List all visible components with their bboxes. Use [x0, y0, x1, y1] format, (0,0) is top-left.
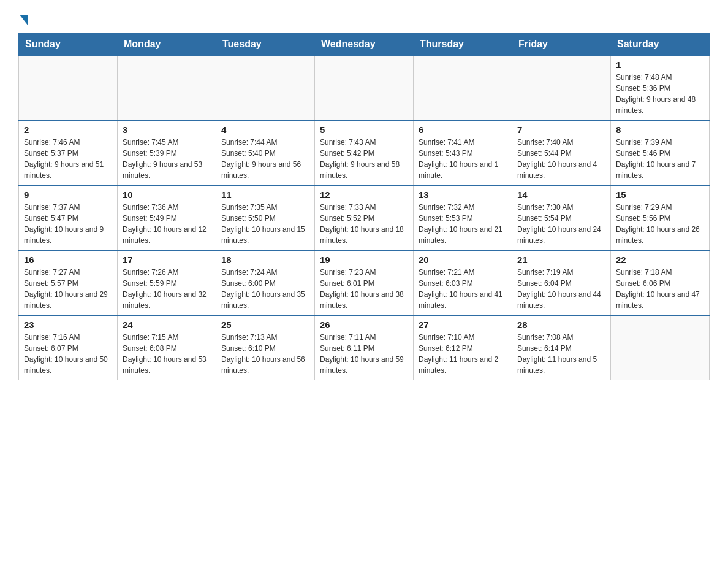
day-info: Sunrise: 7:24 AMSunset: 6:00 PMDaylight:… — [221, 267, 309, 311]
day-info: Sunrise: 7:35 AMSunset: 5:50 PMDaylight:… — [221, 202, 309, 246]
calendar-cell: 4Sunrise: 7:44 AMSunset: 5:40 PMDaylight… — [216, 120, 315, 185]
day-info: Sunrise: 7:29 AMSunset: 5:56 PMDaylight:… — [616, 202, 704, 246]
calendar-cell: 6Sunrise: 7:41 AMSunset: 5:43 PMDaylight… — [414, 120, 512, 185]
calendar-cell — [118, 55, 216, 120]
day-info: Sunrise: 7:08 AMSunset: 6:14 PMDaylight:… — [517, 332, 605, 376]
day-number: 16 — [24, 255, 112, 265]
calendar-week-row: 9Sunrise: 7:37 AMSunset: 5:47 PMDaylight… — [19, 185, 710, 250]
day-number: 15 — [616, 190, 704, 200]
day-info: Sunrise: 7:23 AMSunset: 6:01 PMDaylight:… — [320, 267, 408, 311]
day-number: 7 — [517, 124, 605, 135]
day-number: 11 — [221, 190, 309, 200]
day-of-week-header: Saturday — [611, 34, 710, 56]
day-number: 23 — [24, 320, 112, 330]
day-number: 19 — [320, 255, 408, 265]
day-number: 21 — [517, 255, 605, 265]
calendar-cell: 8Sunrise: 7:39 AMSunset: 5:46 PMDaylight… — [611, 120, 710, 185]
calendar-cell: 19Sunrise: 7:23 AMSunset: 6:01 PMDayligh… — [315, 250, 414, 315]
calendar-week-row: 2Sunrise: 7:46 AMSunset: 5:37 PMDaylight… — [19, 120, 710, 185]
day-number: 5 — [320, 124, 408, 135]
day-info: Sunrise: 7:11 AMSunset: 6:11 PMDaylight:… — [320, 332, 408, 376]
day-info: Sunrise: 7:36 AMSunset: 5:49 PMDaylight:… — [123, 202, 211, 246]
page-header — [18, 12, 710, 23]
day-info: Sunrise: 7:16 AMSunset: 6:07 PMDaylight:… — [24, 332, 112, 376]
day-number: 18 — [221, 255, 309, 265]
day-info: Sunrise: 7:37 AMSunset: 5:47 PMDaylight:… — [24, 202, 112, 246]
calendar-cell: 10Sunrise: 7:36 AMSunset: 5:49 PMDayligh… — [118, 185, 216, 250]
logo-arrow-icon — [20, 15, 28, 26]
day-info: Sunrise: 7:48 AMSunset: 5:36 PMDaylight:… — [616, 72, 704, 116]
calendar-cell: 13Sunrise: 7:32 AMSunset: 5:53 PMDayligh… — [414, 185, 512, 250]
day-number: 20 — [419, 255, 507, 265]
calendar-cell — [216, 55, 315, 120]
calendar-cell: 3Sunrise: 7:45 AMSunset: 5:39 PMDaylight… — [118, 120, 216, 185]
day-info: Sunrise: 7:45 AMSunset: 5:39 PMDaylight:… — [123, 137, 211, 181]
calendar-cell: 27Sunrise: 7:10 AMSunset: 6:12 PMDayligh… — [414, 315, 512, 380]
day-number: 26 — [320, 320, 408, 330]
calendar-cell — [512, 55, 611, 120]
calendar-cell: 1Sunrise: 7:48 AMSunset: 5:36 PMDaylight… — [611, 55, 710, 120]
day-number: 22 — [616, 255, 704, 265]
day-info: Sunrise: 7:40 AMSunset: 5:44 PMDaylight:… — [517, 137, 605, 181]
day-info: Sunrise: 7:19 AMSunset: 6:04 PMDaylight:… — [517, 267, 605, 311]
day-info: Sunrise: 7:27 AMSunset: 5:57 PMDaylight:… — [24, 267, 112, 311]
calendar-cell: 22Sunrise: 7:18 AMSunset: 6:06 PMDayligh… — [611, 250, 710, 315]
day-of-week-header: Monday — [118, 34, 216, 56]
day-info: Sunrise: 7:30 AMSunset: 5:54 PMDaylight:… — [517, 202, 605, 246]
day-info: Sunrise: 7:41 AMSunset: 5:43 PMDaylight:… — [419, 137, 507, 181]
calendar-cell: 21Sunrise: 7:19 AMSunset: 6:04 PMDayligh… — [512, 250, 611, 315]
calendar-week-row: 16Sunrise: 7:27 AMSunset: 5:57 PMDayligh… — [19, 250, 710, 315]
day-number: 12 — [320, 190, 408, 200]
calendar-cell: 24Sunrise: 7:15 AMSunset: 6:08 PMDayligh… — [118, 315, 216, 380]
day-number: 25 — [221, 320, 309, 330]
day-number: 3 — [123, 124, 211, 135]
day-info: Sunrise: 7:39 AMSunset: 5:46 PMDaylight:… — [616, 137, 704, 181]
calendar-cell: 14Sunrise: 7:30 AMSunset: 5:54 PMDayligh… — [512, 185, 611, 250]
calendar-cell: 26Sunrise: 7:11 AMSunset: 6:11 PMDayligh… — [315, 315, 414, 380]
day-of-week-header: Wednesday — [315, 34, 414, 56]
day-of-week-header: Tuesday — [216, 34, 315, 56]
calendar-cell: 16Sunrise: 7:27 AMSunset: 5:57 PMDayligh… — [19, 250, 118, 315]
calendar-cell: 28Sunrise: 7:08 AMSunset: 6:14 PMDayligh… — [512, 315, 611, 380]
day-number: 9 — [24, 190, 112, 200]
calendar-cell: 15Sunrise: 7:29 AMSunset: 5:56 PMDayligh… — [611, 185, 710, 250]
calendar-week-row: 1Sunrise: 7:48 AMSunset: 5:36 PMDaylight… — [19, 55, 710, 120]
calendar-cell — [19, 55, 118, 120]
day-number: 24 — [123, 320, 211, 330]
day-info: Sunrise: 7:26 AMSunset: 5:59 PMDaylight:… — [123, 267, 211, 311]
day-number: 8 — [616, 124, 704, 135]
day-number: 4 — [221, 124, 309, 135]
calendar-cell: 25Sunrise: 7:13 AMSunset: 6:10 PMDayligh… — [216, 315, 315, 380]
calendar-cell: 7Sunrise: 7:40 AMSunset: 5:44 PMDaylight… — [512, 120, 611, 185]
calendar-cell — [315, 55, 414, 120]
calendar-cell: 9Sunrise: 7:37 AMSunset: 5:47 PMDaylight… — [19, 185, 118, 250]
day-number: 27 — [419, 320, 507, 330]
calendar-cell: 23Sunrise: 7:16 AMSunset: 6:07 PMDayligh… — [19, 315, 118, 380]
day-of-week-header: Friday — [512, 34, 611, 56]
day-info: Sunrise: 7:21 AMSunset: 6:03 PMDaylight:… — [419, 267, 507, 311]
calendar-cell — [611, 315, 710, 380]
calendar-cell — [414, 55, 512, 120]
day-number: 2 — [24, 124, 112, 135]
day-info: Sunrise: 7:15 AMSunset: 6:08 PMDaylight:… — [123, 332, 211, 376]
day-number: 17 — [123, 255, 211, 265]
calendar-cell: 20Sunrise: 7:21 AMSunset: 6:03 PMDayligh… — [414, 250, 512, 315]
calendar-cell: 5Sunrise: 7:43 AMSunset: 5:42 PMDaylight… — [315, 120, 414, 185]
day-number: 28 — [517, 320, 605, 330]
day-info: Sunrise: 7:13 AMSunset: 6:10 PMDaylight:… — [221, 332, 309, 376]
day-info: Sunrise: 7:44 AMSunset: 5:40 PMDaylight:… — [221, 137, 309, 181]
day-info: Sunrise: 7:43 AMSunset: 5:42 PMDaylight:… — [320, 137, 408, 181]
calendar-cell: 11Sunrise: 7:35 AMSunset: 5:50 PMDayligh… — [216, 185, 315, 250]
calendar-table: SundayMondayTuesdayWednesdayThursdayFrid… — [18, 33, 710, 380]
day-info: Sunrise: 7:32 AMSunset: 5:53 PMDaylight:… — [419, 202, 507, 246]
calendar-cell: 18Sunrise: 7:24 AMSunset: 6:00 PMDayligh… — [216, 250, 315, 315]
day-number: 6 — [419, 124, 507, 135]
calendar-week-row: 23Sunrise: 7:16 AMSunset: 6:07 PMDayligh… — [19, 315, 710, 380]
day-info: Sunrise: 7:10 AMSunset: 6:12 PMDaylight:… — [419, 332, 507, 376]
calendar-header-row: SundayMondayTuesdayWednesdayThursdayFrid… — [19, 34, 710, 56]
calendar-cell: 12Sunrise: 7:33 AMSunset: 5:52 PMDayligh… — [315, 185, 414, 250]
day-of-week-header: Thursday — [414, 34, 512, 56]
day-info: Sunrise: 7:18 AMSunset: 6:06 PMDaylight:… — [616, 267, 704, 311]
logo — [18, 12, 28, 23]
calendar-cell: 2Sunrise: 7:46 AMSunset: 5:37 PMDaylight… — [19, 120, 118, 185]
